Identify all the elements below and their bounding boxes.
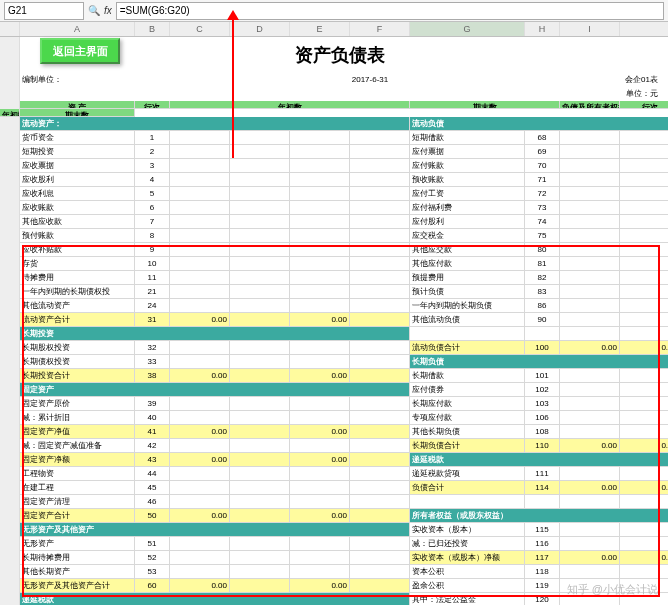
table-row[interactable]: 固定资产 应付债券102 — [0, 383, 668, 397]
table-row[interactable]: 固定资产合计500.000.00所有者权益（或股东权益） — [0, 509, 668, 523]
table-row[interactable]: 一年内到期的长期债权投21 预计负债83 — [0, 285, 668, 299]
table-row[interactable]: 固定资产清理46 — [0, 495, 668, 509]
table-row[interactable]: 应收补贴款9 其他应交款80 — [0, 243, 668, 257]
table-row[interactable]: 长期投资合计380.000.00 长期借款101 — [0, 369, 668, 383]
table-row[interactable]: 长期投资 — [0, 327, 668, 341]
name-box[interactable] — [4, 2, 84, 20]
table-row[interactable]: 长期股权投资32 流动负债合计1000.000.00 — [0, 341, 668, 355]
table-row[interactable]: 短期投资2 应付票据69 — [0, 145, 668, 159]
table-row[interactable]: 应收票据3 应付账款70 — [0, 159, 668, 173]
table-row[interactable]: 减：累计折旧40 专项应付款106 — [0, 411, 668, 425]
fx-icon[interactable]: fx — [104, 5, 112, 16]
table-row[interactable]: 工程物资44 递延税款贷项111 — [0, 467, 668, 481]
table-row[interactable]: 应收利息5 应付工资72 — [0, 187, 668, 201]
table-row[interactable]: 无形资产51 减：已归还投资116 — [0, 537, 668, 551]
table-row[interactable]: 存货10 其他应付款81 — [0, 257, 668, 271]
table-row[interactable]: 待摊费用11 预提费用82 — [0, 271, 668, 285]
table-row[interactable]: 无形资产及其他资产 实收资本（股本）115 — [0, 523, 668, 537]
table-row[interactable]: 固定资产净值410.000.00 其他长期负债108 — [0, 425, 668, 439]
annotation-arrow — [232, 18, 234, 158]
table-row[interactable]: 在建工程45 负债合计1140.000.00 — [0, 481, 668, 495]
table-row[interactable]: 固定资产净额430.000.00递延税款 — [0, 453, 668, 467]
table-row[interactable]: 应收账款6 应付福利费73 — [0, 201, 668, 215]
table-row[interactable]: 货币资金1 短期借款68 — [0, 131, 668, 145]
table-row[interactable]: 应收股利4 预收账款71 — [0, 173, 668, 187]
table-row[interactable]: 长期债权投资33长期负债 — [0, 355, 668, 369]
table-row[interactable]: 预付账款8 应交税金75 — [0, 229, 668, 243]
table-row[interactable]: 其他应收款7 应付股利74 — [0, 215, 668, 229]
formula-input[interactable] — [116, 2, 664, 20]
table-row[interactable]: 长期待摊费用52 实收资本（或股本）净额1170.000.00 — [0, 551, 668, 565]
table-row[interactable]: 固定资产原价39 长期应付款103 — [0, 397, 668, 411]
zoom-icon[interactable]: 🔍 — [88, 5, 100, 16]
table-row[interactable]: 其他长期资产53 资本公积118 — [0, 565, 668, 579]
worksheet[interactable]: 资产负债表编制单位：2017-6-31会企01表单位：元资 产行次年初数期末数负… — [0, 37, 668, 605]
table-row[interactable]: 其他流动资产24 一年内到期的长期负债86 — [0, 299, 668, 313]
return-button[interactable]: 返回主界面 — [40, 38, 120, 64]
table-row[interactable]: 减：固定资产减值准备42 长期负债合计1100.000.00 — [0, 439, 668, 453]
table-row[interactable]: 流动资产合计310.000.00 其他流动负债90 — [0, 313, 668, 327]
formula-bar: 🔍 fx — [0, 0, 668, 22]
watermark: 知乎 @小优会计说 — [567, 582, 658, 597]
column-headers: A B C D E F G H I — [0, 22, 668, 37]
